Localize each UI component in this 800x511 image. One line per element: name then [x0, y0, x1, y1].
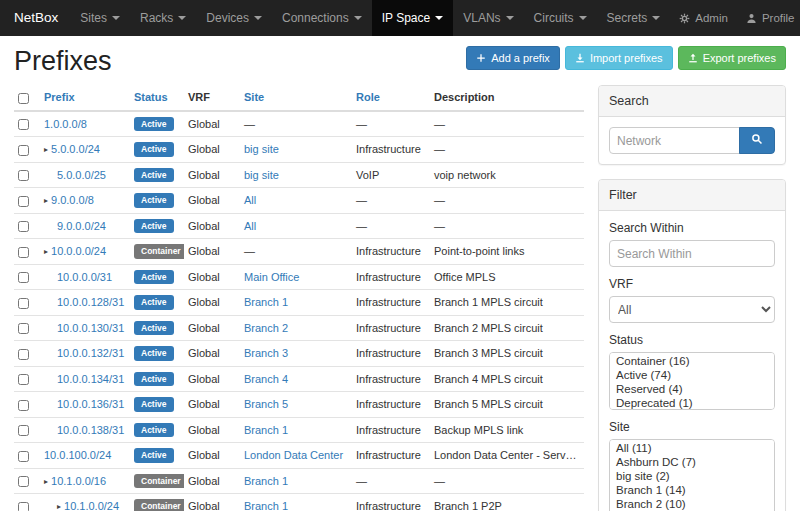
- row-checkbox[interactable]: [18, 196, 29, 207]
- site-link[interactable]: Branch 1: [244, 500, 288, 511]
- prefix-link[interactable]: 10.0.0.132/31: [57, 347, 124, 359]
- nav-item-devices[interactable]: Devices: [196, 0, 272, 36]
- table-row: 1.0.0.0/8ActiveGlobal———: [14, 111, 584, 137]
- site-link[interactable]: All: [244, 194, 256, 206]
- caret-down-icon: [354, 16, 362, 20]
- prefix-link[interactable]: 10.0.0.130/31: [57, 322, 124, 334]
- prefix-link[interactable]: 9.0.0.0/24: [57, 220, 106, 232]
- prefix-link[interactable]: 10.1.0.0/24: [64, 500, 119, 511]
- listbox-option[interactable]: Ashburn DC (7): [610, 455, 774, 469]
- prefix-link[interactable]: 10.0.100.0/24: [44, 449, 111, 461]
- search-button[interactable]: [739, 127, 775, 154]
- prefix-link[interactable]: 9.0.0.0/8: [51, 194, 94, 206]
- add-a-prefix-button[interactable]: Add a prefix: [466, 46, 560, 70]
- row-checkbox[interactable]: [18, 272, 29, 283]
- brand-link[interactable]: NetBox: [6, 0, 70, 36]
- row-checkbox[interactable]: [18, 221, 29, 232]
- listbox-option[interactable]: Deprecated (1): [610, 396, 774, 410]
- prefix-link[interactable]: 10.0.0.138/31: [57, 424, 124, 436]
- row-checkbox[interactable]: [18, 119, 29, 130]
- site-link[interactable]: Branch 4: [244, 373, 288, 385]
- row-checkbox[interactable]: [18, 323, 29, 334]
- row-checkbox[interactable]: [18, 349, 29, 360]
- site-link[interactable]: Branch 2: [244, 322, 288, 334]
- import-prefixes-button[interactable]: Import prefixes: [565, 46, 673, 70]
- description-cell: —: [430, 137, 584, 163]
- nav-item-circuits[interactable]: Circuits: [524, 0, 597, 36]
- search-input[interactable]: [609, 127, 740, 154]
- description-cell: Office MPLS: [430, 264, 584, 290]
- select-all-checkbox[interactable]: [18, 93, 29, 104]
- prefix-link[interactable]: 10.0.0.0/24: [51, 245, 106, 257]
- column-header-label[interactable]: Status: [134, 91, 168, 103]
- row-checkbox[interactable]: [18, 451, 29, 462]
- export-prefixes-button[interactable]: Export prefixes: [678, 46, 786, 70]
- prefix-link[interactable]: 10.0.0.134/31: [57, 373, 124, 385]
- row-checkbox[interactable]: [18, 247, 29, 258]
- row-checkbox[interactable]: [18, 425, 29, 436]
- prefix-link[interactable]: 5.0.0.0/24: [51, 143, 100, 155]
- site-link[interactable]: Branch 5: [244, 398, 288, 410]
- role-cell: —: [352, 188, 430, 214]
- prefix-link[interactable]: 10.0.0.0/31: [57, 271, 112, 283]
- site-link[interactable]: Branch 1: [244, 424, 288, 436]
- listbox-option[interactable]: All (11): [610, 441, 774, 455]
- table-row: 10.0.0.136/31ActiveGlobalBranch 5Infrast…: [14, 392, 584, 418]
- listbox-option[interactable]: Active (74): [610, 368, 774, 382]
- status-listbox[interactable]: Container (16)Active (74)Reserved (4)Dep…: [609, 352, 775, 410]
- nav-item-racks[interactable]: Racks: [130, 0, 196, 36]
- admin-link[interactable]: Admin: [670, 0, 737, 36]
- status-cell: Active: [130, 290, 184, 316]
- role-cell: Infrastructure: [352, 290, 430, 316]
- site-link[interactable]: All: [244, 220, 256, 232]
- row-checkbox[interactable]: [18, 400, 29, 411]
- vrf-select[interactable]: All: [609, 296, 775, 323]
- nav-item-connections[interactable]: Connections: [272, 0, 372, 36]
- site-link[interactable]: Branch 1: [244, 296, 288, 308]
- vrf-cell: Global: [184, 315, 240, 341]
- site-cell: Branch 4: [240, 366, 352, 392]
- nav-item-secrets[interactable]: Secrets: [597, 0, 671, 36]
- site-listbox[interactable]: All (11)Ashburn DC (7)big site (2)Branch…: [609, 439, 775, 511]
- site-link[interactable]: big site: [244, 143, 279, 155]
- nav-item-label: IP Space: [382, 11, 430, 25]
- prefix-link[interactable]: 10.0.0.136/31: [57, 398, 124, 410]
- status-cell: Container: [130, 239, 184, 265]
- column-header-label[interactable]: Role: [356, 91, 380, 103]
- select-all-cell: [14, 85, 40, 111]
- column-header-site: Site: [240, 85, 352, 111]
- status-badge: Active: [134, 423, 174, 438]
- site-cell: —: [240, 111, 352, 137]
- site-link[interactable]: big site: [244, 169, 279, 181]
- listbox-option[interactable]: Container (16): [610, 354, 774, 368]
- profile-link[interactable]: Profile: [737, 0, 800, 36]
- row-checkbox[interactable]: [18, 170, 29, 181]
- row-checkbox[interactable]: [18, 374, 29, 385]
- status-cell: Container: [130, 494, 184, 511]
- column-header-label[interactable]: Prefix: [44, 91, 75, 103]
- site-link[interactable]: London Data Center: [244, 449, 343, 461]
- listbox-option[interactable]: Branch 2 (10): [610, 497, 774, 511]
- prefix-link[interactable]: 10.1.0.0/16: [51, 475, 106, 487]
- search-within-input[interactable]: [609, 240, 775, 267]
- site-link[interactable]: Main Office: [244, 271, 299, 283]
- row-checkbox[interactable]: [18, 476, 29, 487]
- site-link[interactable]: Branch 3: [244, 347, 288, 359]
- prefix-cell: ▸5.0.0.0/24: [40, 137, 130, 163]
- row-checkbox[interactable]: [18, 145, 29, 156]
- column-header-label[interactable]: Site: [244, 91, 264, 103]
- sidebar: Search Filter Search WithinVRFAllStatusC…: [598, 85, 786, 511]
- prefix-link[interactable]: 5.0.0.0/25: [57, 169, 106, 181]
- row-checkbox[interactable]: [18, 502, 29, 511]
- nav-item-ip-space[interactable]: IP Space: [372, 0, 453, 36]
- prefix-link[interactable]: 1.0.0.0/8: [44, 118, 87, 130]
- listbox-option[interactable]: big site (2): [610, 469, 774, 483]
- prefix-link[interactable]: 10.0.0.128/31: [57, 296, 124, 308]
- nav-item-vlans[interactable]: VLANs: [453, 0, 523, 36]
- nav-item-sites[interactable]: Sites: [70, 0, 130, 36]
- listbox-option[interactable]: Branch 1 (14): [610, 483, 774, 497]
- site-link[interactable]: Branch 1: [244, 475, 288, 487]
- row-checkbox[interactable]: [18, 298, 29, 309]
- netbox-app: NetBox SitesRacksDevicesConnectionsIP Sp…: [0, 0, 800, 511]
- listbox-option[interactable]: Reserved (4): [610, 382, 774, 396]
